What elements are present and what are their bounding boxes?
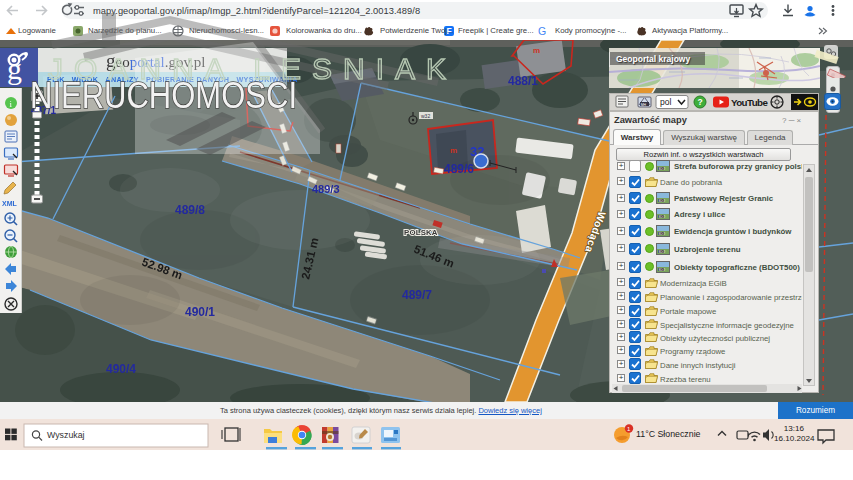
svg-text:XML: XML — [2, 200, 18, 207]
svg-text:BDO: BDO — [659, 232, 666, 236]
svg-text:MH: MH — [641, 103, 647, 107]
svg-text:BDO: BDO — [659, 199, 666, 203]
svg-text:G: G — [538, 25, 546, 37]
svg-text:BDO: BDO — [659, 249, 666, 253]
svg-text:w32: w32 — [421, 113, 430, 119]
svg-text:490/4: 490/4 — [106, 362, 136, 376]
svg-text:m: m — [450, 146, 457, 155]
svg-text:?: ? — [698, 97, 703, 107]
svg-text:489/6: 489/6 — [444, 162, 474, 176]
svg-text:m: m — [533, 46, 540, 55]
svg-text:BDO: BDO — [659, 267, 666, 271]
svg-text:489/8: 489/8 — [175, 203, 205, 217]
svg-text:490/1: 490/1 — [185, 305, 215, 319]
svg-text:488/1: 488/1 — [508, 74, 538, 88]
svg-text:Wyszukaj: Wyszukaj — [47, 430, 85, 440]
svg-text:YouTube: YouTube — [731, 97, 768, 108]
svg-text:POLSKA: POLSKA — [404, 228, 438, 237]
svg-text:489/7: 489/7 — [402, 288, 432, 302]
svg-text:489/3: 489/3 — [312, 183, 340, 195]
svg-text:BDO: BDO — [659, 215, 666, 219]
svg-text:pol: pol — [660, 97, 671, 107]
svg-text:BDO: BDO — [659, 167, 666, 171]
